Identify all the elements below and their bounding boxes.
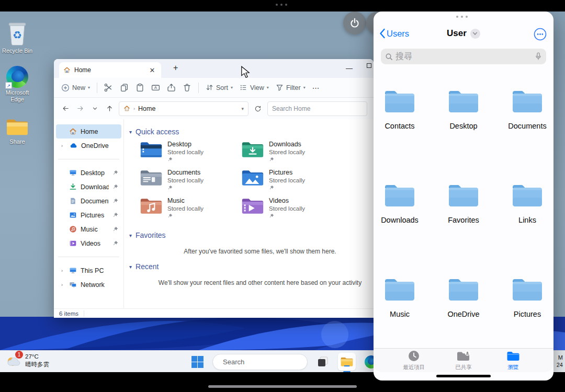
sidebar-item-desktop[interactable]: Desktop	[56, 166, 121, 180]
folder-icon	[382, 182, 417, 209]
files-search-input[interactable]	[396, 52, 532, 61]
sidebar-item-onedrive[interactable]: › OneDrive	[56, 139, 121, 153]
paste-icon[interactable]	[135, 83, 144, 92]
forward-button[interactable]	[75, 105, 85, 112]
quick-access-item-pictures[interactable]: Pictures Stored locally	[231, 168, 332, 195]
filter-button[interactable]: Filter ▾	[276, 84, 306, 91]
pin-icon	[112, 184, 118, 190]
power-button[interactable]	[343, 11, 366, 34]
tab-close-icon[interactable]: ✕	[148, 66, 157, 74]
sidebar-item-network[interactable]: › Network	[56, 278, 121, 292]
tab-recents[interactable]: 最近項目	[396, 350, 432, 371]
sidebar-item-videos[interactable]: Videos	[56, 236, 121, 250]
sidebar-item-pictures[interactable]: Pictures	[56, 208, 121, 222]
refresh-button[interactable]	[253, 105, 263, 112]
item-name: Desktop	[167, 141, 204, 148]
sidebar-item-music[interactable]: Music	[56, 222, 121, 236]
task-view-icon	[317, 355, 329, 368]
window-controls-dots-icon[interactable]	[456, 16, 468, 18]
tab-label: 最近項目	[403, 364, 425, 371]
up-button[interactable]	[104, 105, 115, 112]
pin-icon	[112, 198, 118, 204]
new-tab-button[interactable]: +	[173, 63, 178, 73]
home-icon	[69, 128, 77, 135]
view-button[interactable]: View ▾	[240, 84, 269, 91]
multitask-dots-icon[interactable]	[276, 4, 287, 6]
chevron-down-icon[interactable]: ▾	[129, 129, 132, 135]
folder-documents[interactable]: Documents	[507, 88, 548, 130]
taskbar-search-input[interactable]	[223, 358, 315, 366]
mic-icon[interactable]	[535, 52, 542, 61]
files-search-field[interactable]	[381, 49, 546, 64]
folder-downloads[interactable]: Downloads	[379, 182, 420, 224]
folder-onedrive[interactable]: OneDrive	[443, 276, 484, 318]
sidebar-item-downloads[interactable]: Downloads	[56, 180, 121, 194]
folder-pictures[interactable]: Pictures	[507, 276, 548, 318]
chevron-down-icon[interactable]: ▾	[241, 106, 244, 111]
breadcrumb-item[interactable]: Home	[138, 105, 238, 112]
new-button[interactable]: New ▾	[61, 84, 90, 92]
breadcrumb[interactable]: › Home ▾	[119, 101, 248, 116]
desktop-icon-recycle-bin[interactable]: ♻ Recycle Bin	[1, 20, 33, 54]
more-options-button[interactable]: ⋯	[312, 84, 320, 92]
sidebar-item-documents[interactable]: Documents	[56, 194, 121, 208]
quick-access-item-desktop[interactable]: Desktop Stored locally	[129, 140, 231, 167]
tab-browse[interactable]: 瀏覽	[495, 350, 532, 371]
quick-access-item-music[interactable]: Music Stored locally	[129, 197, 231, 224]
recent-locations-button[interactable]	[89, 106, 100, 111]
folder-links[interactable]: Links	[507, 182, 548, 224]
maximize-button[interactable]	[367, 63, 371, 68]
quick-access-item-documents[interactable]: Documents Stored locally	[129, 168, 231, 195]
chevron-down-icon[interactable]: ▾	[129, 233, 132, 238]
panel-home-indicator[interactable]	[436, 375, 491, 377]
explorer-search-box[interactable]	[267, 101, 367, 116]
chevron-down-icon: ▾	[88, 85, 90, 90]
start-button[interactable]	[188, 353, 206, 371]
folder-favorites[interactable]: Favorites	[443, 182, 484, 224]
sort-button-label: Sort	[216, 84, 228, 91]
desktop-icon-edge[interactable]: ↗ Microsoft Edge	[1, 66, 33, 103]
sidebar-item-home[interactable]: Home	[56, 124, 121, 139]
files-header: Users User	[374, 27, 553, 44]
section-favorites[interactable]: ▾ Favorites	[129, 231, 374, 239]
chevron-right-icon[interactable]: ›	[61, 268, 65, 273]
chevron-right-icon[interactable]: ›	[61, 143, 65, 148]
tab-shared[interactable]: 已共享	[445, 350, 482, 371]
desktop-icon-share[interactable]: Share	[1, 117, 33, 145]
taskbar-file-explorer[interactable]	[338, 353, 356, 371]
copy-icon[interactable]	[120, 83, 129, 92]
more-options-button[interactable]	[533, 27, 547, 41]
share-icon[interactable]	[167, 83, 176, 92]
taskbar-search[interactable]	[212, 354, 308, 370]
task-view-button[interactable]	[314, 353, 332, 371]
folder-desktop[interactable]: Desktop	[443, 88, 484, 130]
folder-icon	[510, 88, 545, 115]
chevron-right-icon[interactable]: ›	[61, 282, 65, 287]
chevron-down-icon[interactable]: ▾	[129, 264, 132, 270]
quick-access-item-videos[interactable]: Videos Stored locally	[231, 197, 332, 224]
explorer-search-input[interactable]	[272, 105, 363, 112]
sort-button[interactable]: Sort ▾	[206, 84, 233, 91]
sidebar-item-label: Pictures	[81, 212, 109, 219]
sidebar-item-this-pc[interactable]: › This PC	[56, 263, 121, 278]
weather-widget[interactable]: 1 27°C 晴時多雲	[5, 353, 49, 368]
folder-music[interactable]: Music	[379, 276, 420, 318]
folder-row: Music OneDrive Pictures	[374, 276, 553, 318]
back-button[interactable]	[60, 105, 71, 112]
taskbar-clock-partial[interactable]: M 24	[557, 354, 563, 368]
minimize-button[interactable]: —	[346, 64, 353, 72]
rename-icon[interactable]: A	[151, 83, 160, 92]
status-bar-black	[0, 0, 565, 11]
section-recent[interactable]: ▾ Recent	[129, 262, 374, 271]
folder-contacts[interactable]: Contacts	[379, 88, 420, 130]
tab-home[interactable]: Home ✕	[59, 62, 161, 78]
delete-icon[interactable]	[183, 83, 191, 92]
section-quick-access[interactable]: ▾ Quick access	[129, 128, 374, 136]
title-chevron-button[interactable]	[470, 29, 480, 39]
pin-icon	[112, 240, 118, 246]
network-icon	[69, 281, 77, 289]
ipad-home-indicator[interactable]	[208, 385, 357, 388]
weather-temp: 27°C	[25, 353, 49, 361]
cut-icon[interactable]	[104, 83, 113, 92]
quick-access-item-downloads[interactable]: Downloads Stored locally	[231, 140, 332, 167]
